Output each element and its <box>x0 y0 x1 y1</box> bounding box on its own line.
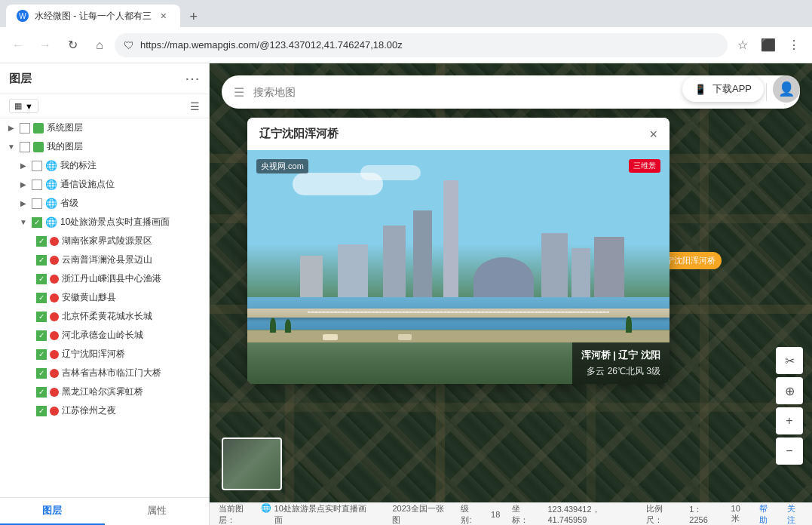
layer-item-jiangsu[interactable]: ✓ 江苏徐州之夜 <box>0 401 209 420</box>
popup-video-area[interactable]: 央视网.com 三维景 浑河桥 | 辽宁 沈阳 多云 26℃北风 3级 <box>247 150 670 384</box>
checkbox-telecom[interactable] <box>32 180 42 190</box>
locate-button[interactable]: ⊕ <box>776 377 803 404</box>
bookmark-button[interactable]: ☆ <box>731 33 755 57</box>
layer-name-tourist: 10处旅游景点实时直播画面 <box>60 216 170 229</box>
building-4 <box>541 233 568 301</box>
layer-item-system[interactable]: ▶ 系统图层 <box>0 118 209 137</box>
popup-header: 辽宁沈阳浑河桥 × <box>247 118 670 150</box>
sidebar-header: 图层 ⋯ <box>0 63 209 94</box>
layer-item-anhui[interactable]: ✓ 安徽黄山黟县 <box>0 288 209 307</box>
user-avatar[interactable]: 👤 <box>773 75 800 103</box>
layer-name-jiangsu: 江苏徐州之夜 <box>62 404 116 417</box>
layer-item-tourist[interactable]: ▼ ✓ 🌐 10处旅游景点实时直播画面 <box>0 213 209 232</box>
zoom-in-button[interactable]: + <box>776 407 803 434</box>
layer-item-my-layers[interactable]: ▼ 我的图层 <box>0 137 209 156</box>
sidebar-title: 图层 <box>9 72 32 86</box>
level-value: 18 <box>491 510 500 519</box>
layer-item-province[interactable]: ▶ 🌐 省级 <box>0 194 209 213</box>
phone-icon: 📱 <box>694 84 706 95</box>
red-dot-zhejiang <box>50 275 59 284</box>
checkbox-liaoning[interactable]: ✓ <box>36 349 47 360</box>
sidebar-filter-icon[interactable]: ☰ <box>190 100 200 112</box>
checkbox-system[interactable] <box>20 123 30 134</box>
map-top-right: 📱 下载APP 👤 <box>682 75 800 103</box>
active-tab[interactable]: W 水经微图 - 让每一个人都有三 × <box>6 5 180 27</box>
brand-logo-text: 三维景 <box>633 161 656 170</box>
checkbox-my-layers[interactable] <box>20 142 30 152</box>
layer-item-my-annotations[interactable]: ▶ 🌐 我的标注 <box>0 156 209 175</box>
search-input[interactable] <box>253 86 731 98</box>
layer-item-hebei[interactable]: ✓ 河北承德金山岭长城 <box>0 326 209 345</box>
map-area[interactable]: ☰ 🔍 🅾 📱 下载APP 👤 <box>210 63 812 502</box>
current-layer-info: 当前图层： 🌐 10处旅游景点实时直播画面 <box>219 503 368 526</box>
checkbox-heilongjiang[interactable]: ✓ <box>36 387 47 398</box>
reload-button[interactable]: ↻ <box>60 33 84 57</box>
expand-arrow-province[interactable]: ▶ <box>18 198 29 209</box>
help-link[interactable]: 帮助 <box>759 503 775 526</box>
popup-close-button[interactable]: × <box>649 127 657 141</box>
layer-item-zhejiang[interactable]: ✓ 浙江丹山嵊泗县中心渔港 <box>0 269 209 288</box>
layer-item-liaoning[interactable]: ✓ 辽宁沈阳浑河桥 <box>0 345 209 364</box>
new-tab-button[interactable]: + <box>183 6 204 27</box>
red-dot-jilin <box>50 369 59 378</box>
scissors-button[interactable]: ✂ <box>776 347 803 374</box>
layer-dropdown-arrow: ▼ <box>25 102 33 111</box>
zoom-out-button[interactable]: − <box>776 438 803 465</box>
video-location-text: 浑河桥 | 辽宁 沈阳 <box>581 348 660 362</box>
back-button[interactable]: ← <box>6 33 30 57</box>
building-3 <box>413 210 432 301</box>
checkbox-annotations[interactable] <box>32 161 42 171</box>
sidebar-more-icon[interactable]: ⋯ <box>185 71 200 86</box>
more-button[interactable]: ⋮ <box>782 33 806 57</box>
layer-type-selector[interactable]: ▦ ▼ <box>9 99 38 113</box>
expand-arrow-my[interactable]: ▼ <box>6 142 17 152</box>
video-weather-text: 多云 26℃北风 3级 <box>581 365 660 378</box>
checkbox-anhui[interactable]: ✓ <box>36 293 47 303</box>
red-dot-yunnan <box>50 256 59 265</box>
current-layer-label: 当前图层： <box>219 503 258 526</box>
expand-arrow-tourist[interactable]: ▼ <box>18 217 29 228</box>
layer-name-hunan: 湖南张家界武陵源景区 <box>62 235 152 247</box>
layer-name-heilongjiang: 黑龙江哈尔滨霁虹桥 <box>62 385 143 398</box>
current-layer-icon: 🌐 <box>261 503 271 526</box>
checkbox-hunan[interactable]: ✓ <box>36 236 47 247</box>
checkbox-province[interactable] <box>32 198 42 209</box>
home-button[interactable]: ⌂ <box>87 33 112 57</box>
building-6 <box>594 237 624 301</box>
globe-icon-tourist: 🌐 <box>45 216 57 228</box>
expand-arrow-annotations[interactable]: ▶ <box>18 161 29 171</box>
globe-icon-annotations: 🌐 <box>45 160 57 171</box>
menu-icon[interactable]: ☰ <box>234 85 244 100</box>
map-thumbnail[interactable] <box>222 438 282 490</box>
expand-arrow-telecom[interactable]: ▶ <box>18 180 29 190</box>
forward-button[interactable]: → <box>33 33 57 57</box>
tab-close-button[interactable]: × <box>158 8 170 23</box>
close-link[interactable]: 关注 <box>787 503 803 526</box>
layer-item-beijing[interactable]: ✓ 北京怀柔黄花城水长城 <box>0 307 209 326</box>
checkbox-zhejiang[interactable]: ✓ <box>36 274 47 284</box>
checkbox-jiangsu[interactable]: ✓ <box>36 406 47 416</box>
extensions-button[interactable]: ⬛ <box>756 33 780 57</box>
layer-item-hunan[interactable]: ✓ 湖南张家界武陵源景区 <box>0 232 209 250</box>
globe-icon-province: 🌐 <box>45 198 57 209</box>
layer-color-icon-system <box>33 123 44 134</box>
layer-item-jilin[interactable]: ✓ 吉林省吉林市临江门大桥 <box>0 364 209 382</box>
checkbox-beijing[interactable]: ✓ <box>36 312 47 322</box>
red-dot-liaoning <box>50 350 59 359</box>
layer-item-telecom[interactable]: ▶ 🌐 通信设施点位 <box>0 175 209 194</box>
tab-layers[interactable]: 图层 <box>0 498 105 525</box>
scale-label: 比例尺： <box>646 503 678 526</box>
tab-attributes[interactable]: 属性 <box>105 498 210 525</box>
expand-arrow-system[interactable]: ▶ <box>6 123 17 134</box>
secure-icon: 🛡 <box>124 39 134 51</box>
download-app-button[interactable]: 📱 下载APP <box>682 76 764 102</box>
layer-item-heilongjiang[interactable]: ✓ 黑龙江哈尔滨霁虹桥 <box>0 382 209 401</box>
checkbox-hebei[interactable]: ✓ <box>36 330 47 341</box>
checkbox-yunnan[interactable]: ✓ <box>36 255 47 266</box>
layer-item-yunnan[interactable]: ✓ 云南普洱澜沧县景迈山 <box>0 250 209 269</box>
checkbox-jilin[interactable]: ✓ <box>36 368 47 379</box>
checkbox-tourist[interactable]: ✓ <box>32 217 42 228</box>
address-bar[interactable]: 🛡 https://map.wemapgis.com/@123.437012,4… <box>115 33 728 57</box>
road-h-4 <box>210 403 812 412</box>
year-label: 2023全国一张图 <box>392 503 449 526</box>
